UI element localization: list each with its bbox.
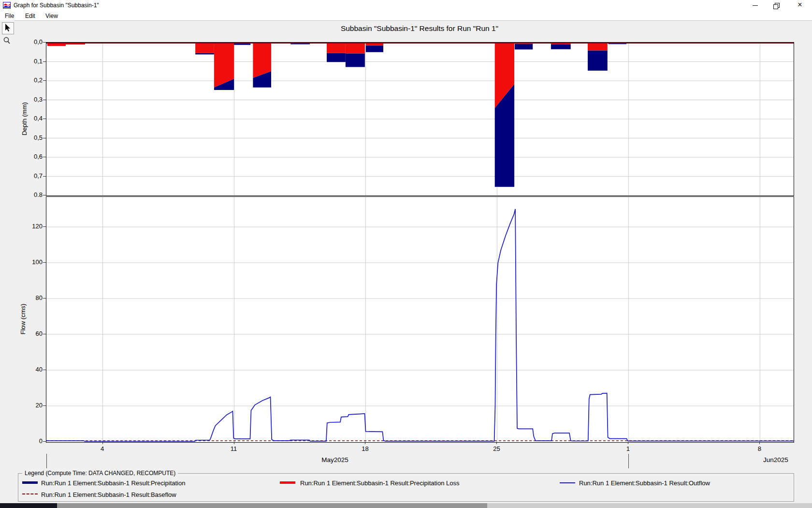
depth-tick-label: 0,6 — [17, 153, 43, 160]
flow-tick-label: 40 — [17, 366, 43, 373]
day-tick-label: 1 — [618, 445, 638, 452]
month-separator — [46, 454, 47, 468]
precip-bar — [551, 45, 571, 49]
precip-bar — [327, 53, 346, 62]
precip-legend-marker — [22, 481, 38, 484]
outflow-line — [46, 209, 794, 441]
day-tick — [628, 442, 628, 444]
precip-loss-bar — [327, 43, 346, 53]
depth-tick — [43, 61, 46, 62]
depth-tick — [43, 157, 46, 157]
depth-tick-label: 0,0 — [17, 38, 43, 45]
close-button[interactable]: × — [792, 1, 808, 10]
day-tick-label: 18 — [355, 445, 375, 452]
minimize-button[interactable] — [747, 1, 764, 10]
chart-title: Subbasin "Subbasin-1" Results for Run "R… — [46, 24, 793, 33]
baseflow-legend-marker — [22, 493, 38, 494]
depth-tick-label: 0,7 — [17, 172, 43, 179]
depth-tick — [43, 195, 46, 195]
day-tick — [759, 442, 760, 444]
precip-bar — [366, 45, 383, 52]
precip-loss-legend-marker — [280, 481, 295, 484]
month-label-jun: Jun2025 — [763, 456, 788, 463]
background-window-edge — [487, 503, 812, 508]
day-tick — [102, 442, 103, 444]
flow-tick-label: 100 — [17, 258, 43, 266]
precip-bar — [234, 44, 250, 45]
depth-tick-label: 0,2 — [17, 76, 43, 84]
flow-tick — [43, 370, 46, 370]
background-window-edge — [0, 503, 57, 508]
day-tick-label: 25 — [487, 445, 506, 452]
background-window-edge — [57, 503, 487, 508]
depth-tick-label: 0,3 — [17, 96, 43, 103]
flow-plot-svg — [46, 197, 794, 442]
zoom-tool-button[interactable] — [2, 36, 13, 47]
hms-wave-icon — [3, 1, 11, 9]
close-icon: × — [798, 0, 802, 9]
magnifier-icon — [2, 36, 12, 46]
precip-bar — [346, 54, 365, 67]
legend-entry-label: Run:Run 1 Element:Subbasin-1 Result:Outf… — [579, 479, 710, 487]
depth-tick — [43, 119, 46, 119]
depth-tick — [43, 138, 46, 138]
tool-column — [0, 20, 14, 503]
depth-tick-label: 0,5 — [17, 134, 43, 141]
menu-item-view[interactable]: View — [43, 12, 61, 20]
depth-plot[interactable] — [46, 42, 794, 196]
depth-tick — [43, 80, 46, 81]
outflow-legend-marker — [560, 482, 575, 483]
day-tick-label: 11 — [224, 445, 244, 452]
window-title: Graph for Subbasin "Subbasin-1" — [14, 2, 99, 9]
flow-tick-label: 60 — [17, 330, 43, 337]
day-tick — [234, 442, 234, 444]
day-tick — [496, 442, 497, 444]
depth-tick-label: 0,1 — [17, 58, 43, 65]
depth-tick-label: 0,4 — [17, 115, 43, 122]
precip-loss-bar — [195, 43, 214, 53]
flow-tick — [43, 262, 46, 263]
depth-tick — [43, 100, 46, 100]
month-separator — [628, 454, 629, 468]
flow-tick-label: 0 — [17, 437, 43, 445]
depth-tick — [43, 42, 46, 43]
menu-item-edit[interactable]: Edit — [22, 12, 38, 20]
minimize-icon — [753, 5, 758, 6]
precip-bar — [588, 51, 608, 71]
depth-tick — [43, 176, 46, 177]
restore-button[interactable] — [769, 1, 785, 10]
legend-box: Legend (Compute Time: DATA CHANGED, RECO… — [18, 473, 794, 502]
menu-item-file[interactable]: File — [2, 12, 17, 20]
depth-tick-label: 0.8 — [17, 191, 43, 198]
title-bar[interactable]: Graph for Subbasin "Subbasin-1" × — [0, 0, 812, 11]
legend-entry-label: Run:Run 1 Element:Subbasin-1 Result:Prec… — [300, 479, 460, 487]
precip-loss-bar — [346, 43, 365, 54]
flow-tick — [43, 298, 46, 299]
depth-plot-svg — [46, 43, 794, 195]
flow-tick — [43, 405, 46, 406]
pointer-tool-button[interactable] — [2, 22, 14, 34]
legend-entry-label: Run:Run 1 Element:Subbasin-1 Result:Base… — [41, 491, 176, 498]
arrow-cursor-icon — [2, 23, 13, 33]
month-label-may: May2025 — [321, 456, 348, 463]
day-tick — [365, 442, 365, 444]
day-tick-label: 4 — [93, 445, 112, 452]
legend-title: Legend (Compute Time: DATA CHANGED, RECO… — [22, 470, 178, 477]
flow-tick-label: 80 — [17, 294, 43, 301]
flow-tick — [43, 334, 46, 334]
flow-tick-label: 120 — [17, 223, 43, 230]
day-tick-label: 8 — [750, 445, 769, 452]
precip-bar — [195, 53, 214, 55]
legend-entry-label: Run:Run 1 Element:Subbasin-1 Result:Prec… — [41, 479, 185, 487]
flow-tick-label: 20 — [17, 402, 43, 409]
flow-tick — [43, 441, 46, 442]
precip-loss-bar — [588, 43, 608, 51]
flow-plot[interactable] — [46, 196, 794, 443]
precip-bar — [515, 44, 533, 49]
flow-tick — [43, 226, 46, 227]
menu-bar: FileEditView — [0, 11, 812, 21]
